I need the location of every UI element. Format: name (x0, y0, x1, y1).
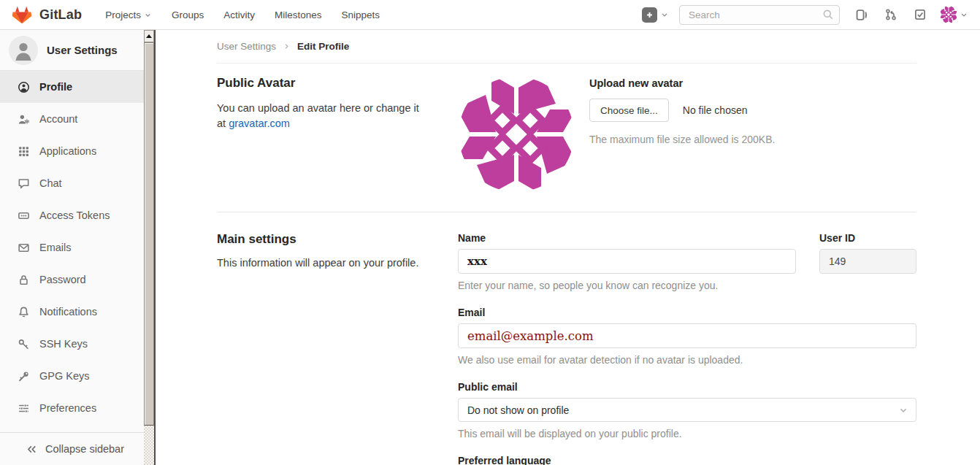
email-input[interactable] (458, 323, 916, 348)
brand-name: GitLab (39, 7, 82, 23)
user-id-field-group: User ID (819, 232, 916, 291)
chevron-down-icon (660, 10, 669, 19)
todos-icon[interactable] (914, 8, 927, 21)
chevron-down-icon (960, 10, 968, 19)
applications-icon (18, 145, 30, 158)
profile-avatar-identicon (458, 76, 575, 193)
user-id-label: User ID (819, 232, 916, 244)
email-label: Email (458, 307, 916, 318)
scrollbar-thumb[interactable] (144, 42, 154, 426)
access-tokens-icon (18, 210, 30, 222)
sidebar-item-password[interactable]: Password (0, 264, 144, 296)
main-settings-info: Main settings This information will appe… (217, 232, 458, 465)
sidebar-item-account[interactable]: Account (0, 103, 144, 135)
section-description: This information will appear on your pro… (217, 255, 429, 271)
public-email-field-group: Public email Do not show on profile This… (458, 381, 916, 439)
avatar-section-form: Upload new avatar Choose file... No file… (458, 76, 916, 193)
search-input[interactable] (679, 5, 840, 25)
name-input[interactable] (458, 249, 796, 274)
sidebar-item-notifications[interactable]: Notifications (0, 296, 144, 328)
sidebar-item-label: Notifications (39, 306, 97, 318)
chevron-down-icon (144, 11, 152, 19)
sidebar-item-emails[interactable]: Emails (0, 231, 144, 264)
nav-projects[interactable]: Projects (105, 9, 152, 20)
preferred-language-field-group: Preferred language (458, 455, 916, 465)
account-icon (18, 113, 30, 126)
section-description: You can upload an avatar here or change … (217, 101, 429, 131)
collapse-sidebar-label: Collapse sidebar (45, 443, 124, 455)
scroll-up-arrow-icon (146, 34, 152, 38)
section-title: Public Avatar (217, 76, 458, 91)
nav-groups[interactable]: Groups (172, 9, 204, 20)
upload-new-avatar-title: Upload new avatar (589, 77, 775, 89)
email-field-group: Email We also use email for avatar detec… (458, 307, 916, 366)
sidebar-item-label: GPG Keys (39, 370, 90, 382)
notifications-icon (18, 306, 30, 318)
sidebar-item-chat[interactable]: Chat (0, 167, 144, 199)
plus-icon (642, 7, 657, 23)
gpg-keys-icon (18, 370, 30, 383)
breadcrumb-current: Edit Profile (297, 41, 349, 52)
gravatar-link[interactable]: gravatar.com (229, 118, 290, 129)
breadcrumb-parent[interactable]: User Settings (217, 41, 276, 52)
user-avatar-placeholder-icon (9, 36, 38, 65)
sidebar-item-label: Chat (39, 177, 62, 189)
scrollbar-up-button[interactable] (144, 30, 154, 42)
nav-groups-label: Groups (172, 9, 204, 20)
public-avatar-section: Public Avatar You can upload an avatar h… (217, 64, 916, 212)
issues-icon[interactable] (854, 8, 868, 22)
nav-snippets[interactable]: Snippets (342, 9, 380, 20)
breadcrumb: User Settings Edit Profile (217, 30, 916, 64)
sidebar-item-profile[interactable]: Profile (0, 71, 144, 103)
top-nav: Projects Groups Activity Milestones Snip… (105, 9, 380, 20)
public-email-label: Public email (458, 381, 916, 393)
search-box (679, 5, 840, 25)
sidebar-item-label: Preferences (39, 402, 96, 414)
chat-icon (18, 177, 30, 190)
avatar-section-info: Public Avatar You can upload an avatar h… (217, 76, 458, 193)
user-id-input (819, 249, 916, 274)
nav-milestones-label: Milestones (275, 9, 322, 20)
sidebar-item-label: Emails (39, 242, 72, 253)
new-menu-button[interactable] (642, 7, 669, 23)
profile-icon (18, 81, 30, 93)
main-settings-form: Name Enter your name, so people you know… (458, 232, 916, 465)
tanuki-icon (12, 5, 32, 25)
public-email-select[interactable]: Do not show on profile (458, 398, 916, 422)
sidebar-scrollbar[interactable] (144, 30, 156, 465)
ssh-keys-icon (18, 338, 30, 350)
sidebar-item-label: SSH Keys (39, 338, 88, 350)
header-right (642, 5, 968, 25)
chevron-right-icon (283, 42, 291, 50)
main-settings-section: Main settings This information will appe… (217, 212, 916, 465)
header-icons (854, 8, 927, 22)
nav-activity[interactable]: Activity (223, 9, 255, 20)
sidebar-item-label: Access Tokens (39, 210, 110, 221)
main-content: User Settings Edit Profile Public Avatar… (156, 30, 980, 465)
sidebar-item-label: Account (39, 113, 77, 125)
sidebar-nav: Profile Account Applications Chat Access… (0, 71, 144, 424)
sidebar-item-gpg-keys[interactable]: GPG Keys (0, 360, 144, 392)
sidebar-item-access-tokens[interactable]: Access Tokens (0, 199, 144, 231)
search-icon (822, 9, 834, 23)
merge-request-icon[interactable] (884, 8, 897, 21)
name-label: Name (458, 232, 796, 244)
emails-icon (18, 242, 30, 254)
sidebar-item-applications[interactable]: Applications (0, 135, 144, 167)
max-file-size-note: The maximum file size allowed is 200KB. (589, 134, 775, 145)
sidebar-item-label: Applications (39, 145, 96, 157)
user-menu[interactable] (940, 6, 968, 23)
collapse-sidebar-button[interactable]: Collapse sidebar (0, 432, 144, 465)
avatar-identicon (940, 6, 957, 23)
sidebar-title: User Settings (47, 44, 118, 56)
upload-avatar-block: Upload new avatar Choose file... No file… (589, 76, 775, 193)
sidebar-item-ssh-keys[interactable]: SSH Keys (0, 328, 144, 360)
section-title: Main settings (217, 232, 458, 247)
preferences-icon (18, 402, 30, 415)
nav-milestones[interactable]: Milestones (275, 9, 322, 20)
gitlab-logo[interactable]: GitLab (12, 5, 82, 25)
sidebar-item-preferences[interactable]: Preferences (0, 392, 144, 424)
choose-file-button[interactable]: Choose file... (589, 99, 669, 122)
sidebar-header: User Settings (0, 30, 144, 71)
settings-sidebar: User Settings Profile Account Applicatio… (0, 30, 156, 465)
